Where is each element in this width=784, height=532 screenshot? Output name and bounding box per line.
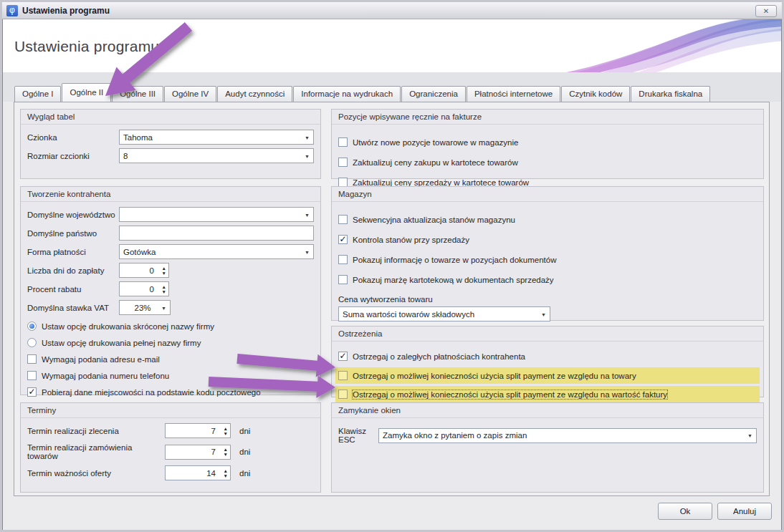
cancel-button[interactable]: Anuluj [717,503,772,520]
order-deadline-stepper[interactable]: 7 ▲ ▼ [165,423,231,438]
spinner-buttons[interactable]: ▲ ▼ [162,263,166,277]
spin-up-icon[interactable]: ▲ [162,284,166,289]
group-caption: Zamykanie okien [332,403,763,418]
spin-up-icon[interactable]: ▲ [162,266,166,271]
tab-drukarka-fiskalna[interactable]: Drukarka fiskalna [631,86,710,102]
payment-days-value: 0 [150,266,154,275]
group-magazyn: Magazyn Sekwencyjna aktualizacja stanów … [331,186,764,321]
checkbox-label: Ostrzegaj o możliwej konieczności użycia… [353,372,636,380]
font-combo[interactable]: Tahoma ▼ [119,130,314,145]
payment-form-combo[interactable]: Gotówka ▼ [119,244,314,259]
spin-down-icon[interactable]: ▼ [162,289,166,294]
group-tworzenie-kontrahenta: Tworzenie kontrahenta Domyślne województ… [20,186,321,395]
chevron-down-icon: ▼ [541,311,546,316]
spin-down-icon[interactable]: ▼ [162,271,166,276]
checkbox-label: Kontrola stanów przy sprzedaży [353,236,469,244]
payment-days-stepper[interactable]: 0 ▲ ▼ [119,263,169,278]
app-phi-icon: φ [6,5,18,16]
spinner-buttons[interactable]: ▲ ▼ [224,445,228,459]
checkbox-show-item-info[interactable]: Pokazuj informację o towarze w pozycjach… [338,254,757,265]
spin-down-icon[interactable]: ▼ [224,473,228,478]
checkbox-unchecked-icon[interactable] [338,275,348,284]
production-cost-combo[interactable]: Suma wartości towarów składowych ▼ [338,306,550,321]
vat-rate-label: Domyślna stawka VAT [27,304,119,312]
radio-print-full-name[interactable]: Ustaw opcję drukowania pełnej nazwy firm… [27,337,314,348]
checkbox-unchecked-icon[interactable] [338,215,348,224]
vat-rate-combo[interactable]: 23% ▼ [119,300,171,315]
close-icon[interactable]: ✕ [755,5,777,17]
check-icon: ✓ [28,387,35,396]
tab-ogolne-iii[interactable]: Ogólne III [112,86,163,102]
order-deadline-value: 7 [211,427,216,435]
spinner-buttons[interactable]: ▲ ▼ [224,424,228,437]
voivodeship-combo[interactable]: ▼ [119,207,314,222]
checkbox-overdue-payments-warning[interactable]: ✓ Ostrzegaj o zaległych płatnościach kon… [338,351,757,362]
checkbox-require-phone[interactable]: Wymagaj podania numeru telefonu [27,370,314,381]
group-caption: Tworzenie kontrahenta [21,187,320,202]
checkbox-checked-icon[interactable]: ✓ [27,387,37,397]
vat-rate-combo-value: 23% [134,304,150,312]
tab-ogolne-i[interactable]: Ogólne I [14,86,61,102]
group-pozycje-faktura: Pozycje wpisywane ręcznie na fakturze Ut… [331,109,764,179]
group-caption: Terminy [21,403,320,418]
tabstrip: Ogólne I Ogólne II Ogólne III Ogólne IV … [3,72,781,102]
chevron-down-icon: ▼ [305,153,310,158]
checkbox-unchecked-icon[interactable] [338,255,348,264]
checkbox-split-payment-invoice-value[interactable]: Ostrzegaj o możliwej konieczności użycia… [335,386,760,402]
checkbox-unchecked-icon[interactable] [338,371,348,380]
checkbox-stock-control-on-sale[interactable]: ✓ Kontrola stanów przy sprzedaży [338,234,757,245]
checkbox-create-stock-items[interactable]: Utwórz nowe pozycje towarowe w magazynie [338,137,757,147]
checkbox-sequential-stock-update[interactable]: Sekwencyjna aktualizacja stanów magazynu [338,214,757,225]
checkbox-label: Sekwencyjna aktualizacja stanów magazynu [353,216,515,224]
checkbox-unchecked-icon[interactable] [338,137,348,147]
tab-ogolne-ii[interactable]: Ogólne II [62,83,111,102]
group-wyglad-tabel: Wygląd tabel Czionka Tahoma ▼ Rozmiar cz… [20,109,321,179]
tab-platnosci-internetowe[interactable]: Płatności internetowe [467,86,560,102]
discount-stepper[interactable]: 0 ▲ ▼ [119,281,169,296]
checkbox-unchecked-icon[interactable] [27,354,37,364]
group-caption: Magazyn [332,187,763,202]
spinner-buttons[interactable]: ▲ ▼ [162,282,166,296]
country-label: Domyślne państwo [27,229,119,238]
tab-page-ogolne-ii: Wygląd tabel Czionka Tahoma ▼ Rozmiar cz… [14,102,770,496]
tab-audyt-czynnosci[interactable]: Audyt czynności [217,86,292,102]
tab-ogolne-iv[interactable]: Ogólne IV [164,86,216,102]
tab-czytnik-kodow[interactable]: Czytnik kodów [561,86,630,102]
country-input[interactable] [119,226,314,241]
checkbox-checked-icon[interactable]: ✓ [338,235,348,244]
checkbox-label: Zaktualizuj ceny sprzedaży w kartotece t… [353,178,529,187]
checkbox-checked-icon[interactable]: ✓ [338,352,348,361]
offer-validity-stepper[interactable]: 14 ▲ ▼ [165,465,231,480]
checkbox-update-purchase-prices[interactable]: Zaktualizuj ceny zakupu w kartotece towa… [338,157,757,168]
radio-selected-icon[interactable] [27,321,37,331]
checkbox-show-margin[interactable]: Pokazuj marżę kartotekową w dokumentach … [338,274,757,285]
checkbox-unchecked-icon[interactable] [338,158,348,167]
spinner-buttons[interactable]: ▲ ▼ [224,466,228,480]
offer-validity-label: Termin ważności oferty [27,469,165,478]
spin-up-icon[interactable]: ▲ [224,468,228,473]
chevron-down-icon: ▼ [305,212,310,217]
radio-icon[interactable] [27,338,37,347]
spin-up-icon[interactable]: ▲ [224,447,228,452]
goods-order-deadline-stepper[interactable]: 7 ▲ ▼ [165,445,231,460]
tab-informacje-na-wydrukach[interactable]: Informacje na wydrukach [293,86,401,102]
font-combo-value: Tahoma [123,133,153,142]
radio-print-short-name[interactable]: Ustaw opcję drukowania skróconej nazwy f… [27,321,314,332]
font-size-combo[interactable]: 8 ▼ [119,148,314,163]
checkbox-require-email[interactable]: Wymagaj podania adresu e-mail [27,354,314,364]
checkbox-label: Ostrzegaj o zaległych płatnościach kontr… [353,352,525,361]
esc-key-label: Klawisz ESC [338,427,378,444]
spin-down-icon[interactable]: ▼ [224,431,228,436]
tab-ograniczenia[interactable]: Ograniczenia [401,86,466,102]
checkbox-unchecked-icon[interactable] [27,371,37,380]
spin-down-icon[interactable]: ▼ [224,452,228,457]
checkbox-unchecked-icon[interactable] [338,390,348,399]
checkbox-label: Pokazuj marżę kartotekową w dokumentach … [353,276,554,284]
goods-order-deadline-label: Termin realizacji zamówienia towarów [27,443,165,460]
spin-up-icon[interactable]: ▲ [224,426,228,431]
unit-label: dni [239,448,250,456]
ok-button[interactable]: Ok [658,503,712,520]
esc-key-combo[interactable]: Zamyka okno z pytaniem o zapis zmian ▼ [378,428,757,443]
checkbox-postal-code-data[interactable]: ✓ Pobieraj dane miejscowości na podstawi… [27,387,314,397]
checkbox-split-payment-goods[interactable]: Ostrzegaj o możliwej konieczności użycia… [335,367,760,384]
